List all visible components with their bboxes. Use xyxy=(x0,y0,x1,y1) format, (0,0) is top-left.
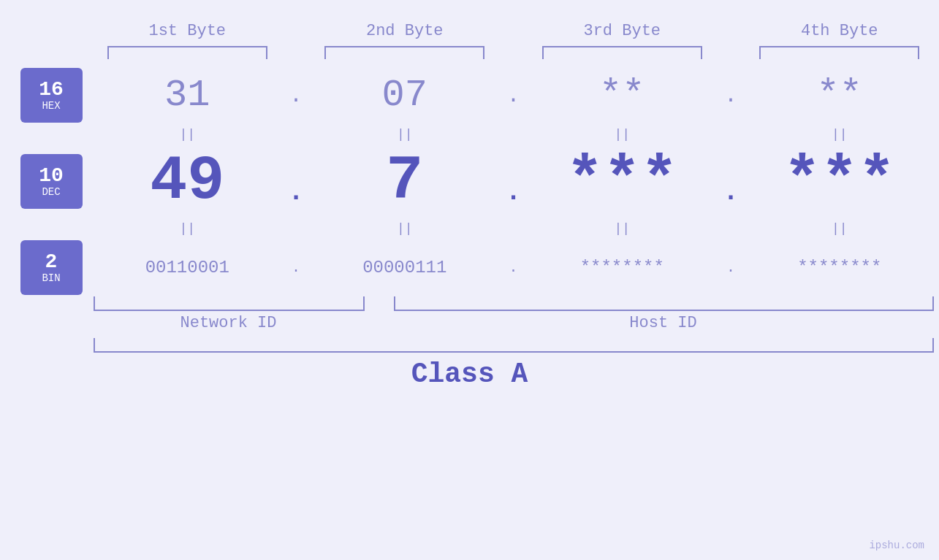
dec-b4: *** xyxy=(745,146,934,217)
dec-badge: 10 DEC xyxy=(20,154,83,209)
attribution: ipshu.com xyxy=(869,540,924,551)
hex-badge: 16 HEX xyxy=(20,68,83,123)
eq1-b1: || xyxy=(94,127,282,142)
top-bracket-4 xyxy=(759,46,919,59)
top-bracket-2 xyxy=(324,46,484,59)
eq2-b1: || xyxy=(94,221,282,236)
bin-badge: 2 BIN xyxy=(20,240,83,295)
eq1-b2: || xyxy=(311,127,499,142)
dec-b2: 7 xyxy=(311,146,499,217)
bin-b4: ******** xyxy=(745,258,934,277)
top-bracket-3 xyxy=(542,46,702,59)
bin-b1: 00110001 xyxy=(94,258,282,277)
eq1-b3: || xyxy=(528,127,717,142)
dec-b3: *** xyxy=(528,146,717,217)
page-container: 1st Byte 2nd Byte 3rd Byte 4th Byte 16 H… xyxy=(0,0,939,560)
hex-sep2: . xyxy=(499,83,528,108)
bin-b2: 00000111 xyxy=(311,258,499,277)
hex-b1: 31 xyxy=(94,74,282,117)
eq2-b4: || xyxy=(745,221,934,236)
bin-b3: ******** xyxy=(528,258,717,277)
dec-sep1: . xyxy=(281,156,311,207)
dec-sep2: . xyxy=(499,156,528,207)
header-byte4: 4th Byte xyxy=(745,22,934,40)
hex-sep3: . xyxy=(716,83,745,108)
class-label: Class A xyxy=(411,358,528,390)
header-byte2: 2nd Byte xyxy=(311,22,499,40)
hex-sep1: . xyxy=(281,83,311,108)
network-bracket xyxy=(94,296,365,311)
header-byte1: 1st Byte xyxy=(94,22,282,40)
hex-b2: 07 xyxy=(311,74,499,117)
header-byte3: 3rd Byte xyxy=(528,22,717,40)
bin-sep2: . xyxy=(499,259,528,276)
bin-sep3: . xyxy=(716,259,745,276)
hex-b3: ** xyxy=(528,74,717,117)
bin-sep1: . xyxy=(281,259,311,276)
host-bracket xyxy=(394,296,934,311)
eq2-b3: || xyxy=(528,221,717,236)
dec-b1: 49 xyxy=(94,146,282,217)
host-id-label: Host ID xyxy=(393,314,934,332)
network-id-label: Network ID xyxy=(94,314,364,332)
dec-sep3: . xyxy=(716,156,745,207)
class-bracket xyxy=(94,338,934,353)
hex-b4: ** xyxy=(745,74,934,117)
top-bracket-1 xyxy=(107,46,267,59)
eq2-b2: || xyxy=(311,221,499,236)
eq1-b4: || xyxy=(745,127,934,142)
